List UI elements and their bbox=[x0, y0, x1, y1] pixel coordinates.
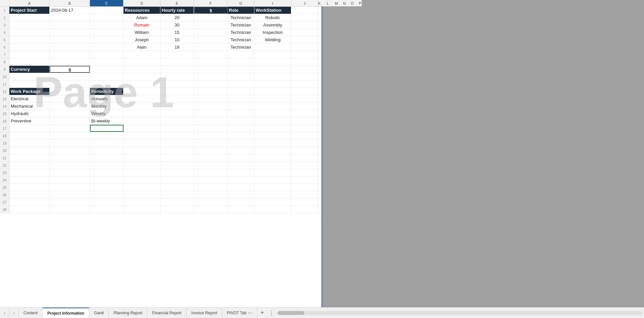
cell-e7[interactable] bbox=[160, 51, 194, 58]
cell-e13[interactable] bbox=[160, 95, 194, 102]
cell-i4[interactable]: Inspection bbox=[254, 29, 291, 36]
tab-nav-left[interactable]: ‹ bbox=[0, 308, 9, 318]
cell-c12[interactable]: Periodicity bbox=[90, 88, 123, 95]
cell-c7[interactable] bbox=[90, 51, 123, 58]
cell-a8[interactable] bbox=[9, 58, 50, 65]
cell-f9[interactable] bbox=[194, 66, 228, 73]
cell-g15[interactable] bbox=[228, 110, 254, 117]
cell-g5[interactable]: Technician bbox=[228, 36, 254, 43]
cell-e9[interactable] bbox=[160, 66, 194, 73]
cell-j6[interactable] bbox=[291, 44, 318, 51]
cell-j17[interactable] bbox=[291, 125, 318, 132]
cell-f7[interactable] bbox=[194, 51, 228, 58]
cell-i6[interactable] bbox=[254, 44, 291, 51]
cell-a13[interactable]: Electrical bbox=[9, 95, 50, 102]
cell-i17[interactable] bbox=[254, 125, 291, 132]
cell-i2[interactable]: Robotic bbox=[254, 14, 291, 21]
col-header-g[interactable]: G bbox=[228, 0, 254, 6]
cell-f10[interactable] bbox=[194, 73, 228, 80]
cell-c14[interactable]: Monthly bbox=[90, 103, 123, 110]
tab-add-button[interactable]: + bbox=[257, 308, 267, 318]
cell-a10[interactable] bbox=[9, 73, 50, 80]
cell-b10[interactable] bbox=[50, 73, 90, 80]
cell-c9[interactable] bbox=[90, 66, 123, 73]
cell-g12[interactable] bbox=[228, 88, 254, 95]
cell-i8[interactable] bbox=[254, 58, 291, 65]
cell-a14[interactable]: Mechanical bbox=[9, 103, 50, 110]
cell-f13[interactable] bbox=[194, 95, 228, 102]
cell-i5[interactable]: Welding bbox=[254, 36, 291, 43]
cell-g7[interactable] bbox=[228, 51, 254, 58]
cell-d8[interactable] bbox=[123, 58, 160, 65]
cell-a15[interactable]: Hydraulic bbox=[9, 110, 50, 117]
cell-j14[interactable] bbox=[291, 103, 318, 110]
cell-i14[interactable] bbox=[254, 103, 291, 110]
col-header-d[interactable]: D bbox=[123, 0, 160, 6]
cell-f3[interactable] bbox=[194, 21, 228, 29]
cell-d7[interactable] bbox=[123, 51, 160, 58]
cell-b16[interactable] bbox=[50, 117, 90, 124]
cell-d2[interactable]: Adam bbox=[123, 14, 160, 21]
cell-d5[interactable]: Joseph bbox=[123, 36, 160, 43]
cell-d6[interactable]: Alain bbox=[123, 44, 160, 51]
cell-e15[interactable] bbox=[160, 110, 194, 117]
cell-c3[interactable] bbox=[90, 21, 123, 29]
cell-i11[interactable] bbox=[254, 81, 291, 88]
cell-e2[interactable]: 20 bbox=[160, 14, 194, 21]
cell-b11[interactable] bbox=[50, 81, 90, 88]
col-header-b[interactable]: B bbox=[50, 0, 90, 6]
cell-g6[interactable]: Technician bbox=[228, 44, 254, 51]
cell-b2[interactable] bbox=[50, 14, 90, 21]
cell-b6[interactable] bbox=[50, 44, 90, 51]
cell-d15[interactable] bbox=[123, 110, 160, 117]
cell-a16[interactable]: Preventive bbox=[9, 117, 50, 124]
cell-d14[interactable] bbox=[123, 103, 160, 110]
cell-j7[interactable] bbox=[291, 51, 318, 58]
cell-c6[interactable] bbox=[90, 44, 123, 51]
cell-c16[interactable]: Bi-weekly bbox=[90, 117, 123, 124]
cell-a7[interactable] bbox=[9, 51, 50, 58]
cell-j5[interactable] bbox=[291, 36, 318, 43]
cell-j4[interactable] bbox=[291, 29, 318, 36]
tab-gantt[interactable]: Gantt bbox=[89, 308, 109, 318]
cell-b9[interactable]: $ bbox=[50, 66, 90, 73]
cell-j12[interactable] bbox=[291, 88, 318, 95]
cell-b14[interactable] bbox=[50, 103, 90, 110]
cell-j13[interactable] bbox=[291, 95, 318, 102]
cell-i7[interactable] bbox=[254, 51, 291, 58]
cell-d12[interactable] bbox=[123, 88, 160, 95]
cell-i9[interactable] bbox=[254, 66, 291, 73]
cell-e10[interactable] bbox=[160, 73, 194, 80]
scrollbar-thumb[interactable] bbox=[278, 311, 304, 315]
cell-d16[interactable] bbox=[123, 117, 160, 124]
cell-f15[interactable] bbox=[194, 110, 228, 117]
cell-f11[interactable] bbox=[194, 81, 228, 88]
tab-project-information[interactable]: Project Information bbox=[43, 308, 89, 318]
cell-e4[interactable]: 15 bbox=[160, 29, 194, 36]
cell-d17[interactable] bbox=[123, 125, 160, 132]
cell-f1[interactable]: $ bbox=[194, 7, 228, 14]
cell-e12[interactable] bbox=[160, 88, 194, 95]
cell-b1[interactable]: 2024-08-17 bbox=[50, 7, 90, 14]
cell-a5[interactable] bbox=[9, 36, 50, 43]
cell-b8[interactable] bbox=[50, 58, 90, 65]
cell-f12[interactable] bbox=[194, 88, 228, 95]
cell-e1[interactable]: Hourly rate bbox=[160, 7, 194, 14]
tab-planning-report[interactable]: Planning Report bbox=[109, 308, 147, 318]
cell-g4[interactable]: Technician bbox=[228, 29, 254, 36]
cell-g17[interactable] bbox=[228, 125, 254, 132]
cell-a2[interactable] bbox=[9, 14, 50, 21]
col-header-f[interactable]: F bbox=[194, 0, 228, 6]
cell-f6[interactable] bbox=[194, 44, 228, 51]
tab-financial-report[interactable]: Financial Report bbox=[147, 308, 186, 318]
cell-g1[interactable]: Role bbox=[228, 7, 254, 14]
tab-options-button[interactable]: ⋮ bbox=[267, 308, 276, 318]
col-header-c[interactable]: C bbox=[90, 0, 123, 6]
cell-f14[interactable] bbox=[194, 103, 228, 110]
cell-g11[interactable] bbox=[228, 81, 254, 88]
cell-g9[interactable] bbox=[228, 66, 254, 73]
cell-c4[interactable] bbox=[90, 29, 123, 36]
cell-i1[interactable]: WorkStation bbox=[254, 7, 291, 14]
cell-d11[interactable] bbox=[123, 81, 160, 88]
cell-j10[interactable] bbox=[291, 73, 318, 80]
